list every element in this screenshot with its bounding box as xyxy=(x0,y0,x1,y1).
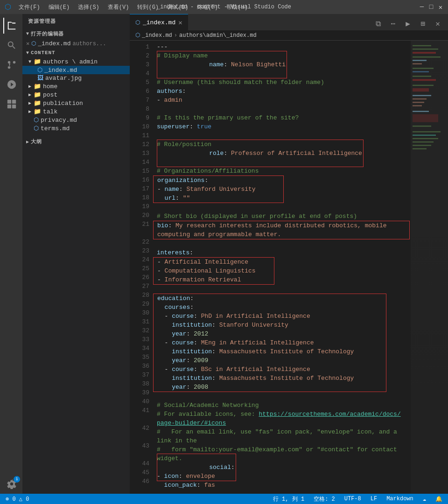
window-title: _index.md - content - Visual Studio Code xyxy=(157,4,291,10)
extensions-activity-icon[interactable] xyxy=(3,96,19,112)
code-line-43a: # form "mailto:your-email@example.com" o… xyxy=(153,445,411,454)
svg-rect-22 xyxy=(413,126,431,126)
interests-highlight-block: - Artificial Intelligence - Computationa… xyxy=(153,257,274,285)
file-tree: ▼ 📁 authors \ admin ⬡ _index.md 🖼 avatar… xyxy=(22,57,130,494)
maximize-button[interactable]: □ xyxy=(428,4,434,10)
minimap xyxy=(411,41,448,494)
settings-activity-icon[interactable]: 1 xyxy=(3,478,19,494)
language-mode-status[interactable]: Markdown xyxy=(385,496,415,502)
svg-rect-24 xyxy=(413,134,436,135)
svg-rect-26 xyxy=(413,141,434,142)
encoding-status[interactable]: UTF-8 xyxy=(343,496,363,502)
sidebar-item-publication[interactable]: ▶ 📁 publication xyxy=(22,99,130,107)
close-icon[interactable]: ✕ xyxy=(26,40,29,47)
code-line-44: social: xyxy=(153,463,411,472)
tab-md-icon: ⬡ xyxy=(135,19,140,26)
folder-icon: 📁 xyxy=(34,91,41,98)
svg-rect-21 xyxy=(413,114,438,122)
sidebar-item-talk[interactable]: ▶ 📁 talk xyxy=(22,107,130,116)
breadcrumb-filepath[interactable]: authors\admin\_index.md xyxy=(179,32,257,39)
status-bar: ⊗ 0 △ 0 行 1, 列 1 空格: 2 UTF-8 LF Markdown… xyxy=(0,494,448,504)
files-activity-icon[interactable] xyxy=(3,18,19,34)
svg-rect-7 xyxy=(413,56,441,57)
sidebar-item-authors-admin[interactable]: ▼ 📁 authors \ admin xyxy=(22,57,130,66)
sidebar-header: 资源管理器 xyxy=(22,14,130,28)
sidebar-item-privacy-md[interactable]: ⬡ privacy.md xyxy=(22,116,130,124)
close-button[interactable]: ✕ xyxy=(438,4,443,10)
menu-view[interactable]: 查看(V) xyxy=(104,2,133,12)
layout-button[interactable]: ⊞ xyxy=(416,17,429,30)
breadcrumb-md-icon: ⬡ xyxy=(135,32,140,39)
code-line-8 xyxy=(153,105,411,113)
svg-rect-20 xyxy=(413,111,429,112)
outline-section[interactable]: ▶ 大纲 xyxy=(22,136,130,147)
run-button[interactable]: ▶ xyxy=(401,17,414,30)
code-line-41b: page-builder/#icons xyxy=(153,419,411,427)
open-editors-section[interactable]: ▼ 打开的编辑器 xyxy=(22,28,130,39)
expand-arrow-icon: ▶ xyxy=(26,109,34,114)
line-numbers: 1 2 3 4 5 6 7 8 9 10 11 12 13 14 15 16 1 xyxy=(130,41,153,494)
code-line-21b: computing and programmable matter. xyxy=(154,230,409,239)
svg-rect-15 xyxy=(413,88,429,91)
code-editor[interactable]: --- # Display name name: Nelson Bighetti xyxy=(153,41,411,494)
folder-label: publication xyxy=(43,100,83,107)
expand-arrow-icon: ▶ xyxy=(26,92,34,98)
minimize-button[interactable]: ─ xyxy=(419,4,425,10)
file-label: _index.md xyxy=(44,67,77,74)
remote-status-icon[interactable]: ☁ xyxy=(421,496,428,503)
code-line-18: url: "" xyxy=(154,194,283,203)
source-control-activity-icon[interactable] xyxy=(3,57,19,73)
tab-close-button[interactable]: ✕ xyxy=(178,19,182,27)
menu-edit[interactable]: 编辑(E) xyxy=(45,2,74,12)
open-file-item[interactable]: ✕ ⬡ _index.md authors... xyxy=(22,39,130,48)
folder-label: talk xyxy=(43,108,57,115)
sidebar-item-post[interactable]: ▶ 📁 post xyxy=(22,91,130,99)
errors-warnings-status[interactable]: ⊗ 0 △ 0 xyxy=(4,496,31,503)
svg-rect-18 xyxy=(413,102,424,103)
code-line-36: - course: BSc in Artificial Intelligence xyxy=(154,365,386,374)
breadcrumb-filename[interactable]: _index.md xyxy=(142,32,172,39)
code-line-42a: # For an email link, use "fas" icon pack… xyxy=(153,427,411,436)
code-line-39 xyxy=(153,392,411,401)
indent-status[interactable]: 空格: 2 xyxy=(312,495,337,503)
code-line-22 xyxy=(153,239,411,248)
svg-rect-1 xyxy=(12,100,16,104)
code-line-33: - course: MEng in Artificial Intelligenc… xyxy=(154,338,386,347)
svg-rect-13 xyxy=(413,79,436,81)
sidebar-item-index-md[interactable]: ⬡ _index.md xyxy=(22,66,130,74)
svg-rect-25 xyxy=(413,138,438,139)
search-activity-icon[interactable] xyxy=(3,37,19,53)
sidebar-item-terms-md[interactable]: ⬡ terms.md xyxy=(22,124,130,133)
minimap-content xyxy=(411,41,448,494)
code-line-23: interests: xyxy=(153,248,411,257)
code-line-41a: # For available icons, see: https://sour… xyxy=(153,410,411,419)
code-line-17: - name: Stanford University xyxy=(154,185,283,194)
notifications-status-icon[interactable]: 🔔 xyxy=(434,496,444,503)
line-ending-status[interactable]: LF xyxy=(369,496,379,502)
svg-rect-28 xyxy=(413,148,427,149)
md-icon: ⬡ xyxy=(34,125,39,132)
folder-label: post xyxy=(43,91,57,98)
close-editor-button[interactable]: ✕ xyxy=(431,17,444,30)
code-line-6: authors: xyxy=(153,87,411,96)
folder-icon: 📁 xyxy=(34,99,41,107)
menu-file[interactable]: 文件(F) xyxy=(15,2,44,12)
svg-rect-23 xyxy=(413,131,441,132)
code-line-15: # Organizations/Affiliations xyxy=(153,167,411,175)
file-label: privacy.md xyxy=(41,117,77,124)
active-tab[interactable]: ⬡ _index.md ✕ xyxy=(130,14,188,30)
more-actions-button[interactable]: ⋯ xyxy=(386,17,399,30)
md-icon: ⬡ xyxy=(34,116,39,124)
content-section[interactable]: ▼ CONTENT xyxy=(22,48,130,57)
code-line-45: - icon: envelope xyxy=(153,472,411,481)
activity-bar: 1 xyxy=(0,14,22,494)
sidebar-item-home[interactable]: ▶ 📁 home xyxy=(22,82,130,91)
cursor-position-status[interactable]: 行 1, 列 1 xyxy=(271,495,306,503)
split-editor-button[interactable]: ⧉ xyxy=(371,17,385,30)
expand-arrow-icon: ▼ xyxy=(26,59,34,64)
menu-select[interactable]: 选择(S) xyxy=(74,2,103,12)
sidebar-item-avatar-jpg[interactable]: 🖼 avatar.jpg xyxy=(22,74,130,82)
expand-arrow-icon: ▶ xyxy=(26,84,34,89)
debug-activity-icon[interactable] xyxy=(3,77,19,92)
breadcrumb-separator: › xyxy=(174,32,177,39)
